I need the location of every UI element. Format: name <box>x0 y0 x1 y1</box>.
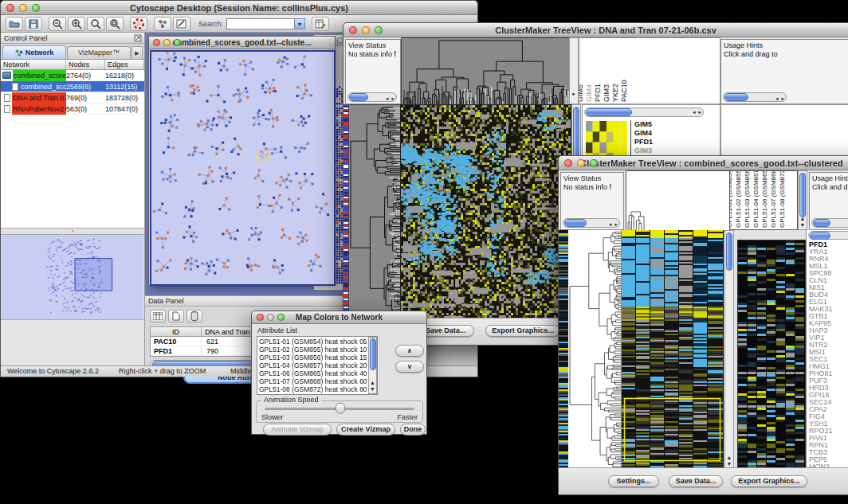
dna-summary-scrollbar[interactable]: ◂ ▸ <box>584 107 704 117</box>
zoom-button[interactable] <box>174 39 181 46</box>
annotation-icon[interactable] <box>173 17 190 31</box>
search-input[interactable] <box>226 18 295 29</box>
usage-hints-title: Usage Hints <box>812 174 848 183</box>
save-data-button[interactable]: Save Data... <box>669 475 723 487</box>
export-graphics-button[interactable]: Export Graphics... <box>485 325 560 337</box>
move-up-button[interactable]: ∧ <box>395 345 424 357</box>
dna-top-splitter[interactable]: ▸ <box>569 37 579 104</box>
document-icon[interactable] <box>168 310 184 322</box>
map-colors-dialog: Map Colors to Network Attribute List GPL… <box>251 311 427 435</box>
usage-hints-title: Usage Hints <box>724 41 848 50</box>
doc-icon <box>4 105 10 113</box>
cell-id: PAC10 <box>151 337 202 346</box>
move-down-button[interactable]: ∨ <box>395 361 424 373</box>
combined-secondary-heatmap[interactable] <box>737 240 806 471</box>
zoom-button[interactable] <box>375 26 383 34</box>
usage-hints-scrollbar[interactable] <box>811 218 848 228</box>
network-nodes-count: 2569(6) <box>66 81 105 92</box>
network-tree-row[interactable]: DNA and Tran 07769(0)183728(0) <box>1 92 144 104</box>
attribute-list-item[interactable]: GPL51-08 (GSM872) heat shock 80 min <box>259 385 375 393</box>
close-button[interactable] <box>153 39 160 46</box>
view-status-scrollbar[interactable]: ◂ ▸ <box>347 92 397 102</box>
gene-list[interactable]: PFD1YRA1RNR4MSL1SPC98CLN1NIS1BUD4ELG1MAK… <box>809 241 833 471</box>
tab-vizmapper[interactable]: VizMapper™ <box>67 46 131 59</box>
table-icon[interactable] <box>150 310 166 322</box>
window-controls <box>564 159 598 167</box>
close-button[interactable] <box>349 26 357 34</box>
close-button[interactable] <box>6 4 14 12</box>
float-panel-icon[interactable] <box>134 34 142 42</box>
done-button[interactable]: Done <box>400 424 426 436</box>
combined-row-dendrogram[interactable] <box>568 230 622 469</box>
dialog-title: Map Colors to Network <box>296 313 383 322</box>
attribute-list[interactable]: GPL51-01 (GSM854) heat shock 05 minGPL51… <box>257 336 378 395</box>
zoom-button[interactable] <box>277 314 285 321</box>
attribute-list-item[interactable]: GPL51-02 (GSM855) heat shock 10 min <box>259 346 375 354</box>
attribute-list-item[interactable]: GPL51-03 (GSM856) heat shock 15 min <box>259 354 375 361</box>
zoom-out-icon[interactable] <box>49 17 66 31</box>
network-nodes-icon[interactable] <box>154 17 171 31</box>
create-vizmap-button[interactable]: Create Vizmap <box>336 424 395 436</box>
dialog-title-bar[interactable]: Map Colors to Network <box>252 311 426 324</box>
dna-row-dendrogram[interactable] <box>348 104 401 321</box>
zoom-fit-icon[interactable] <box>87 17 104 31</box>
col-header-id[interactable]: ID <box>151 327 202 336</box>
attribute-list-scrollbar[interactable]: ▲▼ <box>368 337 377 394</box>
minimize-button[interactable] <box>362 26 370 34</box>
window-controls <box>349 26 383 34</box>
view-status-scrollbar[interactable]: ◂ ▸ <box>563 218 620 228</box>
attribute-table-icon[interactable] <box>312 17 329 31</box>
minimize-button[interactable] <box>19 4 27 12</box>
minimize-button[interactable] <box>267 314 274 321</box>
main-title-bar[interactable]: Cytoscape Desktop (Session Name: collins… <box>1 1 477 15</box>
attribute-list-item[interactable]: GPL51-07 (GSM868) heat shock 60 min <box>259 377 375 385</box>
tab-overflow-icon[interactable]: ▶ <box>132 46 143 59</box>
attribute-list-item[interactable]: GPL51-06 (GSM865) heat shock 40 min <box>259 369 375 377</box>
minimize-button[interactable] <box>577 159 585 167</box>
doc-icon <box>12 83 18 91</box>
combined-title-bar[interactable]: ClusterMaker TreeView : combined_scores_… <box>559 156 848 170</box>
combined-heatmap-vscrollbar[interactable]: ▲▼ <box>724 230 734 469</box>
close-button[interactable] <box>564 159 572 167</box>
gene-list-scrollbar[interactable] <box>808 231 848 240</box>
network-tab-icon <box>15 49 23 57</box>
tab-network[interactable]: Network <box>2 45 66 59</box>
save-icon[interactable] <box>25 17 42 31</box>
zoom-in-icon[interactable] <box>68 17 85 31</box>
attribute-list-label: Attribute List <box>257 326 297 334</box>
combined-labels-vscrollbar[interactable]: ▲▼ <box>798 170 807 230</box>
search-dropdown-icon[interactable]: ▼ <box>295 18 305 29</box>
settings-button[interactable]: Settings... <box>608 475 659 487</box>
combined-column-dendrogram[interactable] <box>626 170 731 232</box>
treeview-combined-window: ClusterMaker TreeView : combined_scores_… <box>558 155 848 495</box>
export-graphics-button[interactable]: Export Graphics... <box>731 475 807 487</box>
zoom-button[interactable] <box>590 159 598 167</box>
help-lifesaver-icon[interactable] <box>130 17 147 31</box>
combined-heatmap-canvas[interactable] <box>622 230 724 469</box>
network-tree-row[interactable]: combined_scores2764(0)16218(0) <box>1 70 144 81</box>
dna-column-dendrogram[interactable] <box>401 37 571 106</box>
open-folder-icon[interactable] <box>6 17 23 31</box>
panel-splitter[interactable]: ▪ <box>1 229 144 235</box>
trash-icon[interactable] <box>186 310 202 322</box>
combined-overview-strip[interactable] <box>559 230 568 469</box>
zoom-selected-icon[interactable] <box>106 17 124 31</box>
usage-hints-scrollbar[interactable]: ◂ ▸ <box>723 92 787 102</box>
network-overview-canvas[interactable] <box>1 235 143 320</box>
attribute-list-item[interactable]: GPL51-04 (GSM857) heat shock 20 min <box>259 361 375 369</box>
dna-heatmap-canvas[interactable] <box>400 104 571 321</box>
dna-title-bar[interactable]: ClusterMaker TreeView : DNA and Tran 07-… <box>344 23 848 37</box>
network-canvas[interactable] <box>150 50 336 286</box>
network-nodes-count: 563(0) <box>66 104 105 115</box>
speed-slider-handle[interactable] <box>336 403 345 414</box>
control-panel-title: Control Panel <box>4 34 48 42</box>
close-button[interactable] <box>257 314 264 321</box>
control-panel: Control Panel Network VizMapper™ ▶ Netwo… <box>1 33 145 365</box>
network-tree-row[interactable]: RNAPuberNov2+!563(0)107847(0) <box>1 104 144 115</box>
zoom-button[interactable] <box>32 4 40 12</box>
minimize-button[interactable] <box>163 39 171 46</box>
network-nodes-count: 2764(0) <box>66 70 105 81</box>
attribute-list-item[interactable]: GPL51-01 (GSM854) heat shock 05 min <box>259 338 375 346</box>
animate-vizmap-button[interactable]: Animate Vizmap <box>263 424 332 436</box>
network-tree-row[interactable]: combined_sco2569(6)13112(15) <box>1 81 144 92</box>
